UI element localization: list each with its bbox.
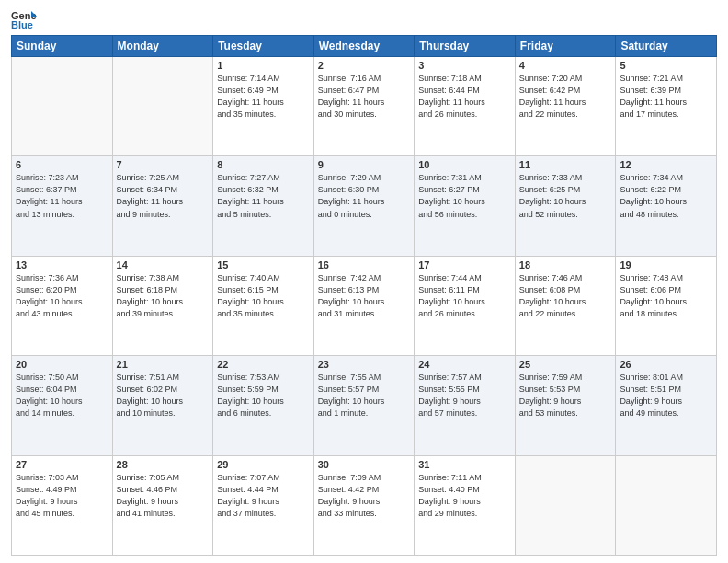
calendar-week-row: 1Sunrise: 7:14 AM Sunset: 6:49 PM Daylig… — [12, 57, 717, 156]
day-info: Sunrise: 7:21 AM Sunset: 6:39 PM Dayligh… — [620, 73, 712, 121]
day-number: 22 — [217, 359, 310, 370]
day-info: Sunrise: 7:44 AM Sunset: 6:11 PM Dayligh… — [418, 272, 511, 320]
calendar-cell: 26Sunrise: 8:01 AM Sunset: 5:51 PM Dayli… — [616, 356, 717, 455]
day-number: 7 — [117, 159, 210, 170]
day-number: 16 — [318, 259, 411, 270]
day-number: 26 — [620, 359, 712, 370]
calendar-cell: 10Sunrise: 7:31 AM Sunset: 6:27 PM Dayli… — [415, 156, 516, 256]
calendar-cell: 21Sunrise: 7:51 AM Sunset: 6:02 PM Dayli… — [112, 356, 213, 455]
day-info: Sunrise: 7:33 AM Sunset: 6:25 PM Dayligh… — [519, 172, 612, 220]
day-info: Sunrise: 7:50 AM Sunset: 6:04 PM Dayligh… — [16, 372, 108, 419]
logo-icon: General Blue — [11, 9, 37, 29]
calendar-cell: 8Sunrise: 7:27 AM Sunset: 6:32 PM Daylig… — [213, 156, 314, 256]
calendar-cell: 25Sunrise: 7:59 AM Sunset: 5:53 PM Dayli… — [515, 356, 616, 455]
day-number: 28 — [117, 459, 210, 470]
header: General Blue — [11, 9, 717, 29]
day-number: 29 — [217, 459, 310, 470]
calendar-cell: 4Sunrise: 7:20 AM Sunset: 6:42 PM Daylig… — [515, 57, 616, 156]
day-info: Sunrise: 7:48 AM Sunset: 6:06 PM Dayligh… — [620, 272, 712, 320]
col-header-thursday: Thursday — [415, 36, 516, 57]
col-header-tuesday: Tuesday — [213, 36, 314, 57]
calendar-week-row: 27Sunrise: 7:03 AM Sunset: 4:49 PM Dayli… — [12, 455, 717, 555]
calendar-cell: 29Sunrise: 7:07 AM Sunset: 4:44 PM Dayli… — [213, 455, 314, 555]
day-number: 31 — [418, 459, 511, 470]
day-number: 5 — [620, 60, 712, 71]
calendar-cell: 27Sunrise: 7:03 AM Sunset: 4:49 PM Dayli… — [12, 455, 113, 555]
calendar-cell: 19Sunrise: 7:48 AM Sunset: 6:06 PM Dayli… — [616, 256, 717, 355]
day-number: 15 — [217, 259, 310, 270]
day-number: 30 — [318, 459, 411, 470]
day-info: Sunrise: 7:38 AM Sunset: 6:18 PM Dayligh… — [117, 272, 210, 320]
day-number: 8 — [217, 159, 310, 170]
day-number: 14 — [117, 259, 210, 270]
day-info: Sunrise: 7:46 AM Sunset: 6:08 PM Dayligh… — [519, 272, 612, 320]
day-number: 2 — [318, 60, 411, 71]
day-info: Sunrise: 7:55 AM Sunset: 5:57 PM Dayligh… — [318, 372, 411, 419]
calendar-cell: 13Sunrise: 7:36 AM Sunset: 6:20 PM Dayli… — [12, 256, 113, 355]
col-header-friday: Friday — [515, 36, 616, 57]
day-number: 24 — [418, 359, 511, 370]
day-number: 13 — [16, 259, 108, 270]
calendar-cell: 18Sunrise: 7:46 AM Sunset: 6:08 PM Dayli… — [515, 256, 616, 355]
calendar-cell — [616, 455, 717, 555]
day-number: 17 — [418, 259, 511, 270]
day-number: 1 — [217, 60, 310, 71]
day-info: Sunrise: 7:18 AM Sunset: 6:44 PM Dayligh… — [418, 73, 511, 121]
col-header-monday: Monday — [112, 36, 213, 57]
day-number: 9 — [318, 159, 411, 170]
day-info: Sunrise: 7:40 AM Sunset: 6:15 PM Dayligh… — [217, 272, 310, 320]
calendar-cell — [112, 57, 213, 156]
col-header-saturday: Saturday — [616, 36, 717, 57]
calendar-cell: 31Sunrise: 7:11 AM Sunset: 4:40 PM Dayli… — [415, 455, 516, 555]
day-info: Sunrise: 7:14 AM Sunset: 6:49 PM Dayligh… — [217, 73, 310, 121]
day-number: 3 — [418, 60, 511, 71]
calendar-cell: 16Sunrise: 7:42 AM Sunset: 6:13 PM Dayli… — [313, 256, 415, 355]
col-header-sunday: Sunday — [12, 36, 113, 57]
day-number: 4 — [519, 60, 612, 71]
day-number: 20 — [16, 359, 108, 370]
calendar-week-row: 20Sunrise: 7:50 AM Sunset: 6:04 PM Dayli… — [12, 356, 717, 455]
day-info: Sunrise: 7:09 AM Sunset: 4:42 PM Dayligh… — [318, 472, 411, 520]
day-info: Sunrise: 7:51 AM Sunset: 6:02 PM Dayligh… — [117, 372, 210, 419]
day-info: Sunrise: 7:16 AM Sunset: 6:47 PM Dayligh… — [318, 73, 411, 121]
calendar-cell: 22Sunrise: 7:53 AM Sunset: 5:59 PM Dayli… — [213, 356, 314, 455]
calendar-cell: 30Sunrise: 7:09 AM Sunset: 4:42 PM Dayli… — [313, 455, 415, 555]
day-info: Sunrise: 7:42 AM Sunset: 6:13 PM Dayligh… — [318, 272, 411, 320]
day-info: Sunrise: 7:53 AM Sunset: 5:59 PM Dayligh… — [217, 372, 310, 419]
day-info: Sunrise: 7:11 AM Sunset: 4:40 PM Dayligh… — [418, 472, 511, 520]
calendar-cell: 7Sunrise: 7:25 AM Sunset: 6:34 PM Daylig… — [112, 156, 213, 256]
day-info: Sunrise: 7:07 AM Sunset: 4:44 PM Dayligh… — [217, 472, 310, 520]
calendar-cell: 17Sunrise: 7:44 AM Sunset: 6:11 PM Dayli… — [415, 256, 516, 355]
day-number: 19 — [620, 259, 712, 270]
col-header-wednesday: Wednesday — [313, 36, 415, 57]
day-number: 18 — [519, 259, 612, 270]
logo: General Blue — [11, 9, 40, 29]
day-number: 12 — [620, 159, 712, 170]
day-number: 27 — [16, 459, 108, 470]
day-info: Sunrise: 7:03 AM Sunset: 4:49 PM Dayligh… — [16, 472, 108, 520]
calendar-cell: 11Sunrise: 7:33 AM Sunset: 6:25 PM Dayli… — [515, 156, 616, 256]
day-info: Sunrise: 7:23 AM Sunset: 6:37 PM Dayligh… — [16, 172, 108, 220]
calendar-cell: 5Sunrise: 7:21 AM Sunset: 6:39 PM Daylig… — [616, 57, 717, 156]
day-info: Sunrise: 7:25 AM Sunset: 6:34 PM Dayligh… — [117, 172, 210, 220]
day-number: 11 — [519, 159, 612, 170]
day-info: Sunrise: 7:59 AM Sunset: 5:53 PM Dayligh… — [519, 372, 612, 419]
day-number: 25 — [519, 359, 612, 370]
day-number: 23 — [318, 359, 411, 370]
calendar-cell: 14Sunrise: 7:38 AM Sunset: 6:18 PM Dayli… — [112, 256, 213, 355]
day-number: 10 — [418, 159, 511, 170]
calendar-table: SundayMondayTuesdayWednesdayThursdayFrid… — [11, 35, 717, 556]
calendar-cell: 23Sunrise: 7:55 AM Sunset: 5:57 PM Dayli… — [313, 356, 415, 455]
calendar-cell: 2Sunrise: 7:16 AM Sunset: 6:47 PM Daylig… — [313, 57, 415, 156]
day-info: Sunrise: 7:20 AM Sunset: 6:42 PM Dayligh… — [519, 73, 612, 121]
day-info: Sunrise: 7:05 AM Sunset: 4:46 PM Dayligh… — [117, 472, 210, 520]
page-container: General Blue SundayMondayTuesdayWednesda… — [0, 0, 728, 563]
day-info: Sunrise: 8:01 AM Sunset: 5:51 PM Dayligh… — [620, 372, 712, 419]
calendar-cell: 20Sunrise: 7:50 AM Sunset: 6:04 PM Dayli… — [12, 356, 113, 455]
calendar-week-row: 6Sunrise: 7:23 AM Sunset: 6:37 PM Daylig… — [12, 156, 717, 256]
day-info: Sunrise: 7:36 AM Sunset: 6:20 PM Dayligh… — [16, 272, 108, 320]
calendar-cell: 15Sunrise: 7:40 AM Sunset: 6:15 PM Dayli… — [213, 256, 314, 355]
day-number: 6 — [16, 159, 108, 170]
day-info: Sunrise: 7:27 AM Sunset: 6:32 PM Dayligh… — [217, 172, 310, 220]
calendar-cell: 6Sunrise: 7:23 AM Sunset: 6:37 PM Daylig… — [12, 156, 113, 256]
